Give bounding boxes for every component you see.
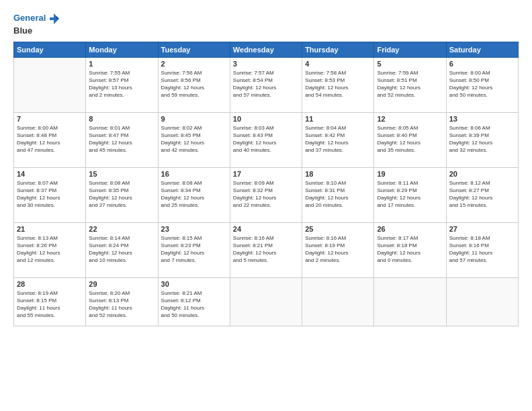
day-number: 1: [89, 60, 154, 68]
col-header-wednesday: Wednesday: [230, 42, 302, 57]
day-number: 18: [305, 170, 371, 178]
calendar-cell: 4Sunrise: 7:58 AMSunset: 8:53 PMDaylight…: [302, 57, 374, 112]
day-info: Sunrise: 8:03 AMSunset: 8:43 PMDaylight:…: [233, 124, 299, 154]
calendar-cell: 18Sunrise: 8:10 AMSunset: 8:31 PMDayligh…: [302, 167, 374, 222]
day-info: Sunrise: 8:19 AMSunset: 8:15 PMDaylight:…: [17, 289, 83, 320]
day-number: 24: [233, 225, 299, 233]
day-number: 7: [17, 115, 83, 123]
calendar-cell: 27Sunrise: 8:18 AMSunset: 8:16 PMDayligh…: [446, 222, 518, 277]
calendar-cell: [374, 277, 446, 326]
day-info: Sunrise: 8:12 AMSunset: 8:27 PMDaylight:…: [449, 179, 515, 210]
logo: GeneralBlue: [13, 12, 60, 36]
calendar-cell: 3Sunrise: 7:57 AMSunset: 8:54 PMDaylight…: [230, 57, 302, 112]
day-info: Sunrise: 8:20 AMSunset: 8:13 PMDaylight:…: [89, 289, 154, 320]
week-row-2: 14Sunrise: 8:07 AMSunset: 8:37 PMDayligh…: [14, 167, 519, 222]
calendar-table: SundayMondayTuesdayWednesdayThursdayFrid…: [13, 42, 519, 326]
page-header: GeneralBlue: [13, 12, 519, 36]
day-number: 15: [89, 170, 154, 178]
day-info: Sunrise: 8:16 AMSunset: 8:21 PMDaylight:…: [233, 234, 299, 265]
day-number: 22: [89, 225, 154, 233]
calendar-cell: 17Sunrise: 8:09 AMSunset: 8:32 PMDayligh…: [230, 167, 302, 222]
calendar-cell: 16Sunrise: 8:08 AMSunset: 8:34 PMDayligh…: [158, 167, 230, 222]
calendar-cell: 11Sunrise: 8:04 AMSunset: 8:42 PMDayligh…: [302, 112, 374, 167]
day-info: Sunrise: 8:13 AMSunset: 8:26 PMDaylight:…: [17, 234, 83, 265]
calendar-cell: 25Sunrise: 8:16 AMSunset: 8:19 PMDayligh…: [302, 222, 374, 277]
calendar-cell: 12Sunrise: 8:05 AMSunset: 8:40 PMDayligh…: [374, 112, 446, 167]
day-number: 21: [17, 225, 83, 233]
day-info: Sunrise: 8:08 AMSunset: 8:34 PMDaylight:…: [161, 179, 227, 210]
calendar-cell: 19Sunrise: 8:11 AMSunset: 8:29 PMDayligh…: [374, 167, 446, 222]
calendar-cell: 5Sunrise: 7:59 AMSunset: 8:51 PMDaylight…: [374, 57, 446, 112]
calendar-cell: 14Sunrise: 8:07 AMSunset: 8:37 PMDayligh…: [14, 167, 86, 222]
calendar-cell: 6Sunrise: 8:00 AMSunset: 8:50 PMDaylight…: [446, 57, 518, 112]
day-number: 13: [449, 115, 515, 123]
calendar-cell: 13Sunrise: 8:06 AMSunset: 8:39 PMDayligh…: [446, 112, 518, 167]
day-info: Sunrise: 8:10 AMSunset: 8:31 PMDaylight:…: [305, 179, 371, 210]
calendar-cell: 23Sunrise: 8:15 AMSunset: 8:23 PMDayligh…: [158, 222, 230, 277]
col-header-thursday: Thursday: [302, 42, 374, 57]
calendar-cell: 9Sunrise: 8:02 AMSunset: 8:45 PMDaylight…: [158, 112, 230, 167]
day-number: 17: [233, 170, 299, 178]
day-number: 12: [377, 115, 443, 123]
calendar-cell: [14, 57, 86, 112]
day-info: Sunrise: 8:14 AMSunset: 8:24 PMDaylight:…: [89, 234, 154, 265]
calendar-cell: 22Sunrise: 8:14 AMSunset: 8:24 PMDayligh…: [86, 222, 158, 277]
day-number: 29: [89, 280, 154, 288]
week-row-0: 1Sunrise: 7:55 AMSunset: 8:57 PMDaylight…: [14, 57, 519, 112]
col-header-sunday: Sunday: [14, 42, 86, 57]
calendar-cell: 15Sunrise: 8:08 AMSunset: 8:35 PMDayligh…: [86, 167, 158, 222]
calendar-cell: 20Sunrise: 8:12 AMSunset: 8:27 PMDayligh…: [446, 167, 518, 222]
day-info: Sunrise: 8:18 AMSunset: 8:16 PMDaylight:…: [449, 234, 515, 265]
day-info: Sunrise: 8:07 AMSunset: 8:37 PMDaylight:…: [17, 179, 83, 210]
week-row-1: 7Sunrise: 8:00 AMSunset: 8:48 PMDaylight…: [14, 112, 519, 167]
day-number: 20: [449, 170, 515, 178]
day-info: Sunrise: 8:04 AMSunset: 8:42 PMDaylight:…: [305, 124, 371, 154]
col-header-monday: Monday: [86, 42, 158, 57]
logo-text: GeneralBlue: [13, 12, 60, 36]
day-number: 28: [17, 280, 83, 288]
day-number: 27: [449, 225, 515, 233]
day-info: Sunrise: 7:58 AMSunset: 8:53 PMDaylight:…: [305, 69, 371, 99]
calendar-cell: 8Sunrise: 8:01 AMSunset: 8:47 PMDaylight…: [86, 112, 158, 167]
calendar-cell: 7Sunrise: 8:00 AMSunset: 8:48 PMDaylight…: [14, 112, 86, 167]
day-info: Sunrise: 8:00 AMSunset: 8:48 PMDaylight:…: [17, 124, 83, 154]
col-header-saturday: Saturday: [446, 42, 518, 57]
day-info: Sunrise: 7:55 AMSunset: 8:57 PMDaylight:…: [89, 69, 154, 99]
day-info: Sunrise: 8:06 AMSunset: 8:39 PMDaylight:…: [449, 124, 515, 154]
day-info: Sunrise: 8:09 AMSunset: 8:32 PMDaylight:…: [233, 179, 299, 210]
day-info: Sunrise: 8:08 AMSunset: 8:35 PMDaylight:…: [89, 179, 154, 210]
day-info: Sunrise: 8:00 AMSunset: 8:50 PMDaylight:…: [449, 69, 515, 99]
day-info: Sunrise: 8:01 AMSunset: 8:47 PMDaylight:…: [89, 124, 154, 154]
day-info: Sunrise: 7:56 AMSunset: 8:56 PMDaylight:…: [161, 69, 227, 99]
col-header-friday: Friday: [374, 42, 446, 57]
col-header-tuesday: Tuesday: [158, 42, 230, 57]
day-number: 3: [233, 60, 299, 68]
day-info: Sunrise: 8:17 AMSunset: 8:18 PMDaylight:…: [377, 234, 443, 265]
day-number: 2: [161, 60, 227, 68]
day-number: 19: [377, 170, 443, 178]
calendar-cell: 29Sunrise: 8:20 AMSunset: 8:13 PMDayligh…: [86, 277, 158, 326]
day-info: Sunrise: 8:11 AMSunset: 8:29 PMDaylight:…: [377, 179, 443, 210]
day-info: Sunrise: 8:21 AMSunset: 8:12 PMDaylight:…: [161, 289, 227, 320]
calendar-cell: 24Sunrise: 8:16 AMSunset: 8:21 PMDayligh…: [230, 222, 302, 277]
calendar-cell: 1Sunrise: 7:55 AMSunset: 8:57 PMDaylight…: [86, 57, 158, 112]
calendar-cell: [446, 277, 518, 326]
day-number: 9: [161, 115, 227, 123]
day-number: 8: [89, 115, 154, 123]
day-number: 5: [377, 60, 443, 68]
day-info: Sunrise: 8:02 AMSunset: 8:45 PMDaylight:…: [161, 124, 227, 154]
day-number: 25: [305, 225, 371, 233]
calendar-cell: 26Sunrise: 8:17 AMSunset: 8:18 PMDayligh…: [374, 222, 446, 277]
calendar-header-row: SundayMondayTuesdayWednesdayThursdayFrid…: [14, 42, 519, 57]
day-number: 11: [305, 115, 371, 123]
week-row-3: 21Sunrise: 8:13 AMSunset: 8:26 PMDayligh…: [14, 222, 519, 277]
calendar-cell: [230, 277, 302, 326]
day-number: 10: [233, 115, 299, 123]
day-number: 16: [161, 170, 227, 178]
calendar-cell: 21Sunrise: 8:13 AMSunset: 8:26 PMDayligh…: [14, 222, 86, 277]
day-info: Sunrise: 7:57 AMSunset: 8:54 PMDaylight:…: [233, 69, 299, 99]
day-number: 14: [17, 170, 83, 178]
day-number: 6: [449, 60, 515, 68]
day-number: 26: [377, 225, 443, 233]
day-number: 30: [161, 280, 227, 288]
